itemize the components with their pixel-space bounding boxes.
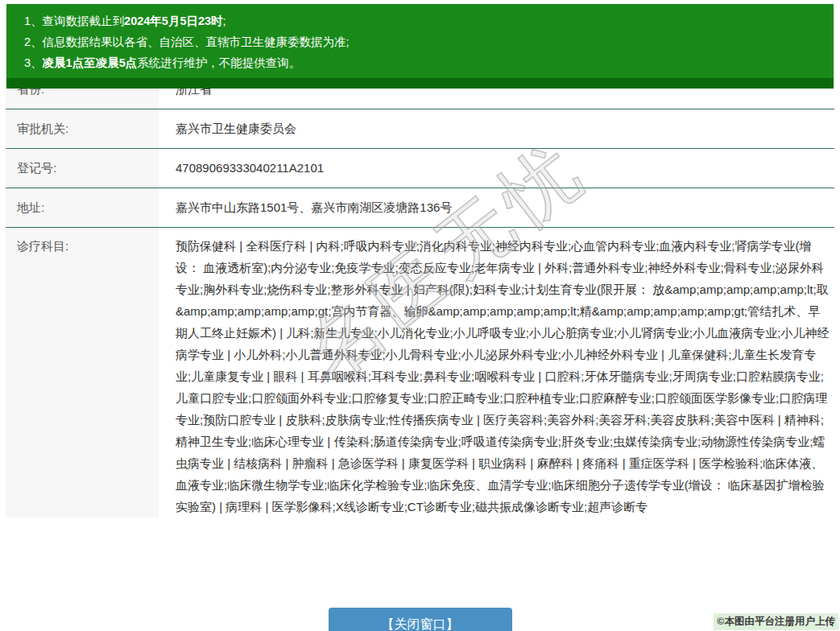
- notice-text-bold: 凌晨1点至凌晨5点: [43, 56, 138, 69]
- notice-text: ;: [223, 14, 226, 27]
- field-value-address: 嘉兴市中山东路1501号、嘉兴市南湖区凌塘路136号: [159, 188, 834, 227]
- notice-banner: 1、查询数据截止到2024年5月5日23时; 2、信息数据结果以各省、自治区、直…: [6, 4, 834, 89]
- details-table: 省份: 浙江省 审批机关: 嘉兴市卫生健康委员会 登记号: 4708906933…: [6, 70, 834, 518]
- notice-text-bold: 2024年5月5日23时: [124, 14, 223, 27]
- field-value-medical-departments: 预防保健科 | 全科医疗科 | 内科;呼吸内科专业;消化内科专业;神经内科专业;…: [159, 228, 834, 518]
- notice-line-3: 3、凌晨1点至凌晨5点系统进行维护，不能提供查询。: [24, 52, 826, 73]
- notice-number: 2、: [24, 35, 43, 48]
- table-row-address: 地址: 嘉兴市中山东路1501号、嘉兴市南湖区凌塘路136号: [6, 188, 834, 228]
- notice-text: 查询数据截止到: [43, 14, 125, 27]
- notice-text: 系统进行维护，不能提供查询。: [137, 56, 300, 69]
- field-value-approval-authority: 嘉兴市卫生健康委员会: [159, 109, 834, 148]
- field-label-approval-authority: 审批机关:: [6, 109, 159, 148]
- attribution-label: ©本图由平台注册用户上传: [714, 613, 838, 630]
- notice-number: 1、: [24, 14, 43, 27]
- table-row-medical-departments: 诊疗科目: 预防保健科 | 全科医疗科 | 内科;呼吸内科专业;消化内科专业;神…: [6, 228, 834, 518]
- notice-line-1: 1、查询数据截止到2024年5月5日23时;: [24, 10, 826, 31]
- notice-text: 信息数据结果以各省、自治区、直辖市卫生健康委数据为准: [43, 35, 346, 48]
- notice-line-2: 2、信息数据结果以各省、自治区、直辖市卫生健康委数据为准;: [24, 31, 826, 52]
- field-label-address: 地址:: [6, 188, 159, 227]
- field-value-registration-number: 47089069333040211A2101: [159, 149, 834, 188]
- close-window-button[interactable]: 【关闭窗口】: [329, 608, 512, 631]
- field-label-medical-departments: 诊疗科目:: [6, 228, 159, 518]
- table-row-registration-number: 登记号: 47089069333040211A2101: [6, 149, 834, 188]
- table-row-approval-authority: 审批机关: 嘉兴市卫生健康委员会: [6, 109, 834, 149]
- notice-text: ;: [346, 35, 350, 48]
- notice-number: 3、: [24, 56, 43, 69]
- field-label-registration-number: 登记号:: [6, 149, 159, 188]
